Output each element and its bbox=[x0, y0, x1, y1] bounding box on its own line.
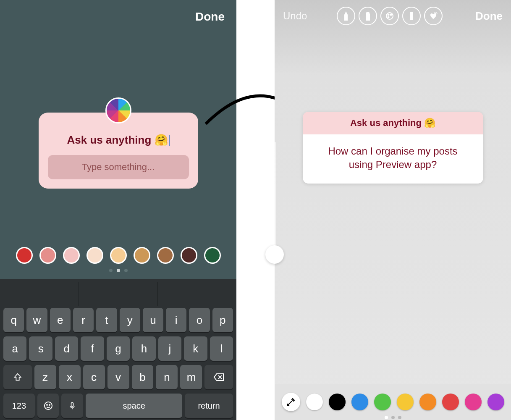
key-j[interactable]: j bbox=[158, 336, 181, 361]
svg-point-1 bbox=[47, 404, 47, 405]
key-p[interactable]: p bbox=[212, 308, 233, 332]
undo-button[interactable]: Undo bbox=[283, 10, 307, 22]
pen-tool-button[interactable] bbox=[337, 7, 355, 25]
color-swatch[interactable] bbox=[204, 247, 221, 264]
key-m[interactable]: m bbox=[180, 365, 202, 389]
question-prompt-text: Ask us anything 🤗 bbox=[67, 134, 168, 146]
pager-dot[interactable] bbox=[391, 416, 395, 419]
key-e[interactable]: e bbox=[50, 308, 71, 332]
color-swatch[interactable] bbox=[374, 394, 391, 410]
question-prompt-input[interactable]: Ask us anything 🤗 bbox=[48, 134, 189, 147]
color-swatch[interactable] bbox=[16, 247, 33, 264]
pager-dot[interactable] bbox=[124, 269, 128, 272]
brush-size-track[interactable] bbox=[273, 142, 276, 255]
suggestion-slot[interactable] bbox=[0, 282, 79, 306]
text-cursor bbox=[169, 135, 170, 146]
question-sticker-response[interactable]: Ask us anything 🤗 How can I organise my … bbox=[303, 112, 483, 184]
numeric-key[interactable]: 123 bbox=[3, 394, 35, 418]
neon-tool-button[interactable] bbox=[380, 7, 399, 25]
return-key[interactable]: return bbox=[185, 394, 233, 418]
pager-dot[interactable] bbox=[385, 416, 388, 419]
svg-point-6 bbox=[390, 14, 391, 16]
svg-point-0 bbox=[45, 402, 52, 410]
brush-size-handle[interactable] bbox=[265, 245, 284, 264]
key-a[interactable]: a bbox=[3, 336, 26, 361]
color-swatch[interactable] bbox=[465, 394, 482, 410]
color-swatch[interactable] bbox=[397, 394, 414, 410]
key-k[interactable]: k bbox=[184, 336, 207, 361]
key-i[interactable]: i bbox=[166, 308, 186, 332]
backspace-key[interactable] bbox=[204, 365, 233, 389]
keyboard-row-2: asdfghjkl bbox=[0, 334, 236, 363]
eraser-icon bbox=[407, 10, 416, 21]
color-swatch[interactable] bbox=[110, 247, 127, 264]
eyedropper-icon bbox=[286, 397, 296, 407]
key-w[interactable]: w bbox=[26, 308, 47, 332]
key-d[interactable]: d bbox=[55, 336, 78, 361]
key-f[interactable]: f bbox=[81, 336, 104, 361]
key-x[interactable]: x bbox=[59, 365, 81, 389]
ios-keyboard: qwertyuiop asdfghjkl zxcvbnm 123 space bbox=[0, 279, 236, 420]
key-y[interactable]: y bbox=[120, 308, 140, 332]
eraser-tool-button[interactable] bbox=[402, 7, 421, 25]
key-t[interactable]: t bbox=[96, 308, 117, 332]
dictation-key[interactable] bbox=[61, 394, 83, 418]
pen-icon bbox=[342, 10, 350, 21]
done-button[interactable]: Done bbox=[475, 10, 503, 23]
pager-dot[interactable] bbox=[117, 269, 120, 272]
key-v[interactable]: v bbox=[107, 365, 129, 389]
color-swatch[interactable] bbox=[157, 247, 174, 264]
color-swatch[interactable] bbox=[442, 394, 459, 410]
svg-point-5 bbox=[388, 14, 389, 16]
svg-point-7 bbox=[388, 17, 389, 18]
eyedropper-button[interactable] bbox=[282, 393, 300, 411]
key-s[interactable]: s bbox=[29, 336, 52, 361]
color-swatch[interactable] bbox=[351, 394, 368, 410]
key-o[interactable]: o bbox=[189, 308, 210, 332]
backspace-icon bbox=[213, 373, 224, 381]
suggestion-slot[interactable] bbox=[79, 282, 158, 306]
key-b[interactable]: b bbox=[132, 365, 154, 389]
emoji-key[interactable] bbox=[37, 394, 59, 418]
key-h[interactable]: h bbox=[132, 336, 155, 361]
left-canvas[interactable]: Ask us anything 🤗 Type something... qwer… bbox=[0, 34, 236, 420]
color-swatch[interactable] bbox=[181, 247, 197, 264]
question-sticker-editing[interactable]: Ask us anything 🤗 Type something... bbox=[39, 113, 198, 189]
key-g[interactable]: g bbox=[107, 336, 130, 361]
question-response-text: How can I organise my posts using Previe… bbox=[303, 134, 483, 184]
color-swatch[interactable] bbox=[419, 394, 436, 410]
svg-rect-8 bbox=[410, 12, 413, 20]
marker-tool-button[interactable] bbox=[359, 7, 377, 25]
key-r[interactable]: r bbox=[73, 308, 94, 332]
space-key[interactable]: space bbox=[86, 394, 182, 418]
right-header: Undo Done bbox=[275, 0, 511, 32]
right-canvas[interactable]: Ask us anything 🤗 How can I organise my … bbox=[275, 32, 511, 420]
color-swatch[interactable] bbox=[39, 247, 56, 264]
key-u[interactable]: u bbox=[143, 308, 163, 332]
shift-key[interactable] bbox=[3, 365, 32, 389]
color-swatch[interactable] bbox=[63, 247, 80, 264]
palette-icon bbox=[385, 11, 395, 21]
draw-tool-row bbox=[337, 7, 443, 25]
svg-point-4 bbox=[386, 13, 393, 19]
pager-dot[interactable] bbox=[109, 269, 113, 272]
key-c[interactable]: c bbox=[83, 365, 105, 389]
keyboard-row-3: zxcvbnm bbox=[0, 363, 236, 391]
heart-tool-button[interactable] bbox=[424, 7, 443, 25]
key-l[interactable]: l bbox=[210, 336, 233, 361]
suggestion-slot[interactable] bbox=[158, 282, 236, 306]
pager-dot[interactable] bbox=[398, 416, 401, 419]
phone-right-draw-editor: Undo Done bbox=[275, 0, 511, 420]
color-swatch[interactable] bbox=[306, 394, 323, 410]
color-swatch[interactable] bbox=[134, 247, 150, 264]
swatch-pager bbox=[0, 269, 236, 272]
emoji-icon bbox=[43, 401, 53, 411]
profile-avatar bbox=[105, 97, 131, 123]
key-q[interactable]: q bbox=[3, 308, 24, 332]
key-z[interactable]: z bbox=[34, 365, 56, 389]
done-button[interactable]: Done bbox=[195, 10, 225, 24]
color-swatch[interactable] bbox=[329, 394, 346, 410]
color-swatch[interactable] bbox=[487, 394, 504, 410]
color-swatch[interactable] bbox=[86, 247, 103, 264]
key-n[interactable]: n bbox=[156, 365, 178, 389]
